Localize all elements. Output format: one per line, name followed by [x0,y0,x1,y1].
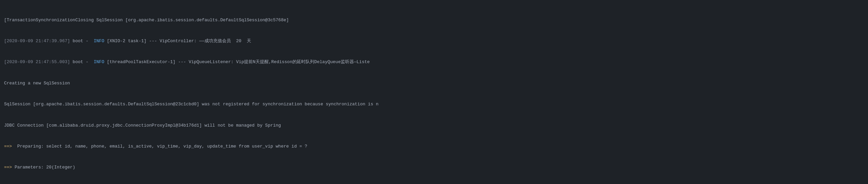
log-line-6: ==> Preparing: select id, name, phone, e… [4,143,864,150]
log-text: SqlSession [org.apache.ibatis.session.de… [4,102,379,107]
log-text: [TransactionSynchronizationClosing SqlSe… [4,18,289,23]
log-text: boot - [70,59,94,64]
log-text: Creating a new SqlSession [4,81,70,86]
log-text: [threadPoolTaskExecutor-1] --- VipQueueL… [104,59,369,64]
log-line-7: ==> Parameters: 20(Integer) [4,164,864,171]
timestamp: [2020-09-09 21:47:39.967] [4,38,70,44]
log-line-3: Creating a new SqlSession [4,80,864,87]
log-text: Preparing: select id, name, phone, email… [12,144,307,149]
log-line-0: [TransactionSynchronizationClosing SqlSe… [4,17,864,24]
log-text: boot - [70,38,94,44]
console-output: [TransactionSynchronizationClosing SqlSe… [0,0,868,184]
log-text: JDBC Connection [com.alibaba.druid.proxy… [4,123,281,128]
arrow-right: ==> [4,144,12,149]
log-info-badge: INFO [94,38,104,44]
log-line-5: JDBC Connection [com.alibaba.druid.proxy… [4,122,864,129]
log-info-badge: INFO [94,59,104,64]
log-line-2: [2020-09-09 21:47:55.003] boot - INFO [t… [4,59,864,66]
log-line-1: [2020-09-09 21:47:39.967] boot - INFO [X… [4,38,864,45]
arrow-right: ==> [4,165,12,170]
log-line-4: SqlSession [org.apache.ibatis.session.de… [4,101,864,108]
log-text: [XNIO-2 task-1] --- VipController: ——成功充… [104,38,251,44]
log-text: Parameters: 20(Integer) [12,165,75,170]
timestamp: [2020-09-09 21:47:55.003] [4,59,70,64]
